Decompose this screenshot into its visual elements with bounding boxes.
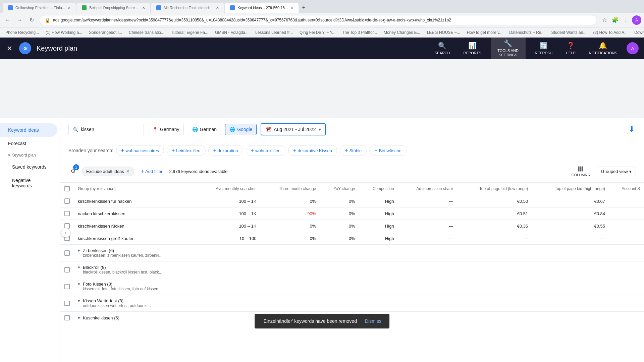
extensions-button[interactable]: 🧩 bbox=[610, 15, 620, 25]
table-container: Group (by relevance) Avg. monthly search… bbox=[60, 183, 644, 324]
close-button[interactable]: ✕ bbox=[5, 43, 14, 54]
language-filter[interactable]: 🌐 German bbox=[188, 124, 221, 135]
date-filter[interactable]: 📅 Aug 2021 - Jul 2022 ▾ bbox=[261, 123, 325, 135]
download-button[interactable]: ⬇ bbox=[627, 124, 636, 135]
browser-tab-4[interactable]: Keyword ideas – 279-560-18... × bbox=[225, 3, 299, 13]
table-row: kirschkernkissen groß kaufen10 – 1000%0%… bbox=[60, 232, 644, 245]
bookmark-12[interactable]: Datenschutz – Re... bbox=[506, 29, 547, 36]
cell-top_high-0: €0.67 bbox=[532, 195, 609, 207]
cell-ad_impression-1: — bbox=[398, 207, 457, 220]
location-filter[interactable]: 📍 Germany bbox=[148, 124, 184, 135]
th-three-month-label: Three month change bbox=[279, 186, 316, 191]
group-chevron-8[interactable]: ▾ bbox=[78, 315, 80, 320]
bookmark-7[interactable]: Qing Fei De Yi – Y... bbox=[297, 29, 338, 36]
table-body: kirschkernkissen für hacken100 – 1K0%0%H… bbox=[60, 195, 644, 324]
group-chevron-6[interactable]: ▾ bbox=[78, 282, 80, 287]
bookmark-9[interactable]: Money Changes E... bbox=[381, 29, 423, 36]
browser-tab-2[interactable]: Beispiel Dropshipping Store –... × bbox=[76, 3, 150, 13]
th-top-low: Top of page bid (low range) bbox=[457, 183, 532, 195]
bookmark-8[interactable]: The Top 3 Plattfor... bbox=[339, 29, 380, 36]
group-chevron-4[interactable]: ▾ bbox=[78, 248, 80, 253]
th-avg-monthly: Avg. monthly searches bbox=[196, 183, 261, 195]
user-avatar[interactable]: A bbox=[627, 42, 639, 54]
row-checkbox-4[interactable] bbox=[64, 250, 70, 256]
bookmark-1[interactable]: (1) How Working a... bbox=[43, 29, 85, 36]
sidebar-item-saved-keywords[interactable]: Saved keywords bbox=[0, 160, 57, 174]
search-input[interactable] bbox=[81, 127, 140, 132]
bookmark-5[interactable]: GMSN - Volagda... bbox=[212, 29, 251, 36]
broaden-chip-2[interactable]: + dekoration bbox=[208, 145, 243, 156]
bookmark-15[interactable]: Download – Cooki... bbox=[632, 29, 644, 36]
bookmark-14[interactable]: (2) How To Add A... bbox=[590, 29, 630, 36]
reports-button[interactable]: 📊 REPORTS bbox=[460, 39, 485, 58]
network-label: Google bbox=[237, 127, 252, 132]
address-bar[interactable]: 🔒 ads.google.com/aw/keywordplanner/ideas… bbox=[39, 15, 597, 25]
snackbar-message: 'Einzelhändler' keywords have been remov… bbox=[263, 318, 357, 324]
exclude-chip-close[interactable]: ✕ bbox=[126, 169, 130, 174]
help-button[interactable]: ❓ HELP bbox=[562, 39, 580, 58]
sidebar-item-forecast[interactable]: Forecast bbox=[0, 137, 57, 150]
reload-button[interactable]: ↻ bbox=[27, 15, 36, 25]
select-all-checkbox[interactable] bbox=[64, 186, 70, 191]
sidebar-item-keyword-ideas[interactable]: Keyword ideas bbox=[0, 123, 57, 137]
network-filter[interactable]: 🌐 Google bbox=[225, 124, 257, 135]
cell-avg-0: 100 – 1K bbox=[196, 195, 261, 207]
scroll-left-button[interactable]: ‹ bbox=[61, 228, 70, 237]
broaden-chip-label-4: dekorative Kissen bbox=[298, 148, 332, 153]
columns-button[interactable]: COLUMNS bbox=[569, 164, 593, 178]
add-filter-button[interactable]: + Add filter bbox=[138, 166, 165, 176]
sidebar-section-keyword-plan[interactable]: ▾ Keyword plan bbox=[0, 150, 60, 160]
row-checkbox-5[interactable] bbox=[64, 267, 70, 273]
cell-top_high-2: €0.55 bbox=[532, 220, 609, 232]
cell-competition-7 bbox=[359, 295, 398, 312]
notifications-button[interactable]: 🔔 NOTIFICATIONS bbox=[585, 39, 621, 58]
bookmark-3[interactable]: Chinese translatio... bbox=[126, 29, 167, 36]
sidebar-label-keyword-ideas: Keyword ideas bbox=[8, 127, 39, 133]
broaden-chip-4[interactable]: + dekorative Kissen bbox=[288, 145, 337, 156]
view-select[interactable]: Grouped view ▾ bbox=[597, 167, 636, 176]
row-checkbox-8[interactable] bbox=[64, 315, 70, 320]
tab-close-4[interactable]: × bbox=[290, 5, 293, 10]
cell-three_month-6 bbox=[260, 278, 320, 295]
row-checkbox-0[interactable] bbox=[64, 198, 70, 204]
download-icon: ⬇ bbox=[629, 125, 635, 133]
back-button[interactable]: ← bbox=[3, 15, 12, 25]
broaden-chip-0[interactable]: + wohnaccessoires bbox=[116, 145, 164, 156]
group-chevron-7[interactable]: ▾ bbox=[78, 298, 80, 303]
location-icon: 📍 bbox=[152, 127, 158, 132]
bookmark-0[interactable]: Phone Recycling... bbox=[3, 29, 42, 36]
new-tab-button[interactable]: + bbox=[299, 3, 308, 13]
broaden-chip-6[interactable]: + Bettwäsche bbox=[369, 145, 407, 156]
bookmark-button[interactable]: ☆ bbox=[600, 15, 609, 25]
group-chevron-5[interactable]: ▾ bbox=[78, 265, 80, 270]
bookmark-2[interactable]: Sonderangebot I... bbox=[86, 29, 125, 36]
more-button[interactable]: ⋮ bbox=[621, 15, 631, 25]
bookmark-6[interactable]: Lessons Learned fr... bbox=[253, 29, 296, 36]
row-checkbox-7[interactable] bbox=[64, 301, 70, 306]
profile-avatar[interactable]: A bbox=[632, 15, 641, 25]
browser-tab-3[interactable]: Mit Recherche-Tools die rich... × bbox=[151, 3, 224, 13]
bookmark-13[interactable]: Student Wants an... bbox=[549, 29, 589, 36]
bookmark-4[interactable]: Tutorial: Eigene Fa... bbox=[168, 29, 211, 36]
tab-close-1[interactable]: × bbox=[68, 5, 70, 10]
broaden-chip-3[interactable]: + wohntextilien bbox=[246, 145, 286, 156]
tab-close-2[interactable]: × bbox=[142, 5, 145, 10]
filter-button[interactable]: ⚙ 1 bbox=[68, 166, 78, 177]
th-top-high: Top of page bid (high range) bbox=[532, 183, 609, 195]
bookmark-11[interactable]: How to get more v... bbox=[464, 29, 505, 36]
bookmark-10[interactable]: LEE'S HOUSE –... bbox=[424, 29, 463, 36]
refresh-button[interactable]: 🔄 REFRESH bbox=[531, 39, 557, 58]
row-checkbox-6[interactable] bbox=[64, 284, 70, 289]
tab-close-3[interactable]: × bbox=[216, 5, 219, 10]
snackbar-dismiss-button[interactable]: Dismiss bbox=[365, 318, 381, 324]
forward-button[interactable]: → bbox=[15, 15, 24, 25]
sidebar-item-negative-keywords[interactable]: Negative keywords bbox=[0, 174, 57, 192]
tab-title-3: Mit Recherche-Tools die rich... bbox=[164, 6, 213, 10]
search-box[interactable]: 🔍 bbox=[68, 124, 144, 135]
tools-settings-button[interactable]: 🔧 TOOLS AND SETTINGS bbox=[491, 37, 526, 60]
row-checkbox-1[interactable] bbox=[64, 211, 70, 216]
search-topbar-button[interactable]: 🔍 SEARCH bbox=[431, 39, 454, 58]
broaden-chip-1[interactable]: + heimtextilien bbox=[167, 145, 206, 156]
broaden-chip-5[interactable]: + Stühle bbox=[340, 145, 367, 156]
browser-tab-1[interactable]: Onlineshop Erstellen – Einfa... × bbox=[3, 3, 76, 13]
